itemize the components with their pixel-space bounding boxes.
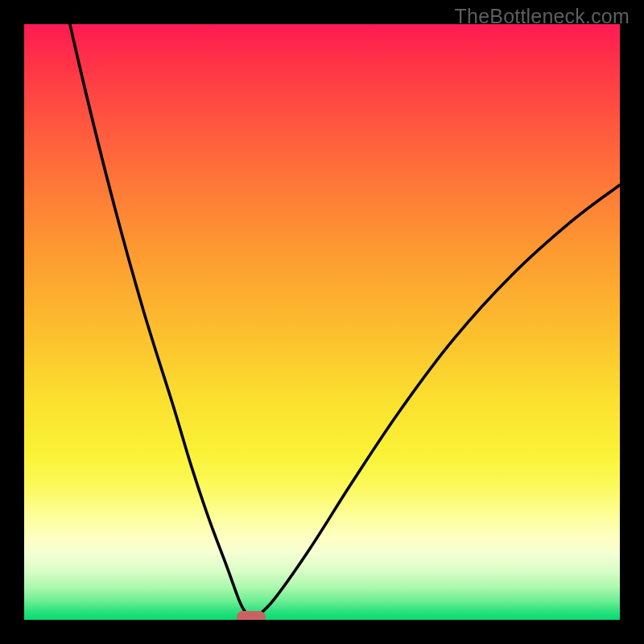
chart-container: TheBottleneck.com [0,0,644,644]
watermark-text: TheBottleneck.com [455,5,630,28]
bottleneck-curve [24,24,620,620]
ideal-point-marker [237,611,266,620]
plot-gradient-background [24,24,620,620]
